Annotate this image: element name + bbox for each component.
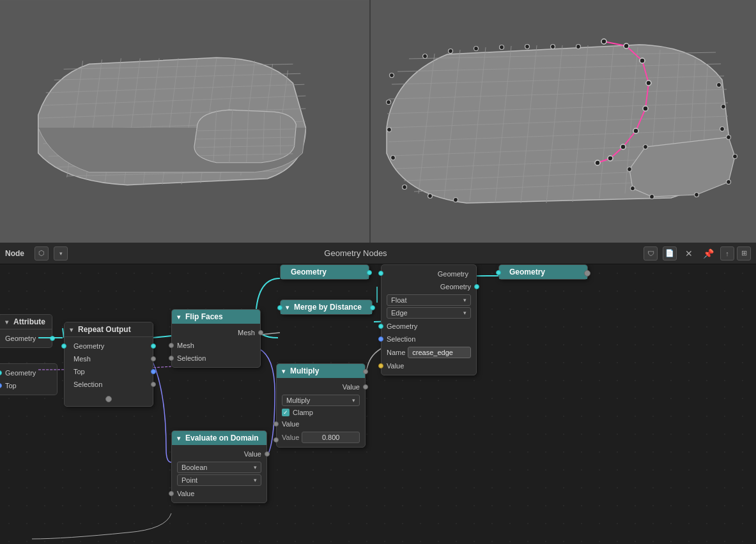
svg-point-59	[640, 58, 645, 63]
svg-point-77	[387, 128, 392, 132]
geom-in-socket[interactable]	[367, 270, 372, 275]
attr-geom-out-socket[interactable]	[474, 284, 479, 289]
svg-point-61	[643, 106, 648, 111]
viewport-right[interactable]	[371, 0, 756, 243]
eval-val-in-socket[interactable]	[169, 491, 174, 496]
repeat-mesh-socket[interactable]	[151, 356, 156, 361]
multiply-val-num-label: Value	[282, 434, 299, 441]
attr-value-row: Value	[382, 359, 476, 372]
merge-header[interactable]: ▾ Merge by Distance	[281, 300, 372, 314]
node-label: Node	[5, 249, 24, 258]
attr-geom-top-label: Geometry	[438, 270, 468, 278]
eval-type-arrow: ▾	[254, 464, 257, 471]
geom-in-label: Geometry	[286, 268, 327, 276]
multiply-out-socket[interactable]	[363, 369, 368, 374]
viewport-left[interactable]	[0, 0, 371, 243]
navigate-up-icon[interactable]: ↑	[720, 246, 734, 261]
attr-name-input[interactable]: crease_edge	[408, 347, 471, 358]
eval-value-out-row: Value	[172, 448, 266, 460]
attr-val-socket[interactable]	[378, 363, 383, 368]
svg-point-63	[621, 144, 626, 149]
attr-geom-l-socket[interactable]	[378, 324, 383, 329]
attribute-node-header[interactable]: ▾ Attribute	[0, 315, 52, 329]
node-editor: Node ⬡ ▾ Geometry Nodes 🛡 📄 ✕ 📌 ↑ ⊞	[0, 243, 756, 544]
eval-label: Evaluate on Domain	[185, 434, 259, 442]
geom-out-socket[interactable]	[584, 270, 590, 276]
multiply-header[interactable]: ▾ Multiply	[277, 364, 365, 378]
attr-panel-body: Geometry Geometry Float ▾ Edge ▾	[382, 265, 476, 375]
flip-mesh-in-socket[interactable]	[169, 343, 174, 348]
repeat-output-header[interactable]: ▾ Repeat Output	[65, 322, 153, 337]
attribute-panel-node: Geometry Geometry Float ▾ Edge ▾	[381, 264, 477, 375]
merge-out-socket[interactable]	[370, 305, 375, 310]
svg-point-66	[423, 54, 428, 59]
grid-view-icon[interactable]: ⊞	[737, 246, 751, 261]
svg-point-67	[449, 49, 453, 54]
eval-domain-dropdown[interactable]: Point ▾	[177, 474, 261, 486]
top-partial-socket[interactable]	[0, 383, 2, 388]
attr-name-label: Name	[387, 349, 405, 356]
flip-faces-header[interactable]: ▾ Flip Faces	[172, 310, 260, 324]
multiply-val-out-socket[interactable]	[363, 384, 368, 389]
multiply-val-in-socket[interactable]	[274, 421, 279, 427]
merge-in-socket[interactable]	[277, 305, 282, 310]
multiply-mode-dropdown[interactable]: Multiply ▾	[282, 395, 360, 406]
float-dropdown[interactable]: Float ▾	[387, 294, 471, 306]
repeat-geom-in-socket[interactable]	[61, 344, 66, 349]
header-dropdown[interactable]: ▾	[54, 246, 68, 261]
attr-geometry-text: Geometry	[387, 322, 417, 330]
top-partial-label: Top	[5, 382, 17, 389]
repeat-bottom-socket-row	[65, 391, 153, 404]
multiply-mode-arrow: ▾	[352, 397, 355, 404]
repeat-top-label: Top	[73, 368, 85, 375]
repeat-output-body: Geometry Mesh Top Selection	[65, 337, 153, 406]
evaluate-on-domain-node: ▾ Evaluate on Domain Value Boolean ▾ Poi…	[171, 430, 267, 503]
repeat-top-row: Top	[65, 365, 153, 378]
geo-partial-row: Geometry	[0, 366, 57, 379]
geometry-out-node: Geometry	[498, 264, 588, 280]
node-editor-title: Geometry Nodes	[73, 248, 638, 258]
multiply-value-input[interactable]: 0.800	[302, 432, 360, 443]
geom-in-header[interactable]: Geometry	[281, 265, 369, 279]
close-button[interactable]: ✕	[682, 246, 696, 261]
attr-geometry-row: Geometry	[382, 320, 476, 333]
repeat-extra-socket[interactable]	[105, 396, 112, 402]
multiply-val-field-socket[interactable]	[274, 437, 279, 442]
flip-mesh-in-label: Mesh	[177, 342, 194, 349]
repeat-geom-out-socket[interactable]	[151, 344, 156, 349]
flip-mesh-out-socket[interactable]	[258, 330, 263, 335]
attribute-geometry-socket[interactable]	[50, 336, 55, 341]
document-icon[interactable]: 📄	[663, 246, 677, 261]
geom-out-header[interactable]: Geometry	[499, 265, 587, 279]
repeat-top-socket[interactable]	[151, 369, 156, 374]
attr-sel-socket[interactable]	[378, 336, 383, 342]
float-dropdown-arrow: ▾	[463, 297, 467, 303]
svg-point-58	[624, 43, 629, 49]
geo-partial-label: Geometry	[5, 369, 36, 377]
multiply-body: Value Multiply ▾ ✓ Clamp Value Valu	[277, 378, 365, 447]
edge-dropdown[interactable]: Edge ▾	[387, 307, 471, 319]
svg-point-57	[601, 39, 606, 44]
attr-geom-in-row: Geometry	[382, 268, 476, 280]
eval-val-out-socket[interactable]	[265, 451, 270, 457]
repeat-output-node: ▾ Repeat Output Geometry Mesh Top	[64, 322, 153, 407]
shield-icon[interactable]: 🛡	[644, 246, 658, 261]
multiply-node: ▾ Multiply Value Multiply ▾ ✓ Clamp	[276, 363, 366, 448]
geo-partial-socket[interactable]	[0, 370, 2, 375]
svg-point-68	[474, 47, 479, 51]
flip-faces-body: Mesh Mesh Selection	[172, 324, 260, 367]
repeat-sel-socket[interactable]	[151, 382, 156, 387]
attr-name-row: Name crease_edge	[382, 345, 476, 359]
node-canvas[interactable]: ▾ Attribute Geometry crease_edge ▾ Repea…	[0, 264, 756, 544]
attr-geom-in-socket[interactable]	[378, 271, 383, 276]
svg-point-91	[628, 167, 632, 172]
clamp-label: Clamp	[293, 409, 313, 416]
attribute-geometry-row: Geometry	[0, 332, 52, 345]
clamp-checkbox[interactable]: ✓	[282, 409, 289, 416]
flip-sel-socket[interactable]	[169, 356, 174, 361]
eval-header[interactable]: ▾ Evaluate on Domain	[172, 431, 266, 445]
node-type-selector[interactable]: ⬡	[35, 246, 49, 261]
geom-out-in-socket[interactable]	[496, 270, 501, 275]
eval-type-dropdown[interactable]: Boolean ▾	[177, 462, 261, 473]
pin-button[interactable]: 📌	[701, 246, 715, 261]
